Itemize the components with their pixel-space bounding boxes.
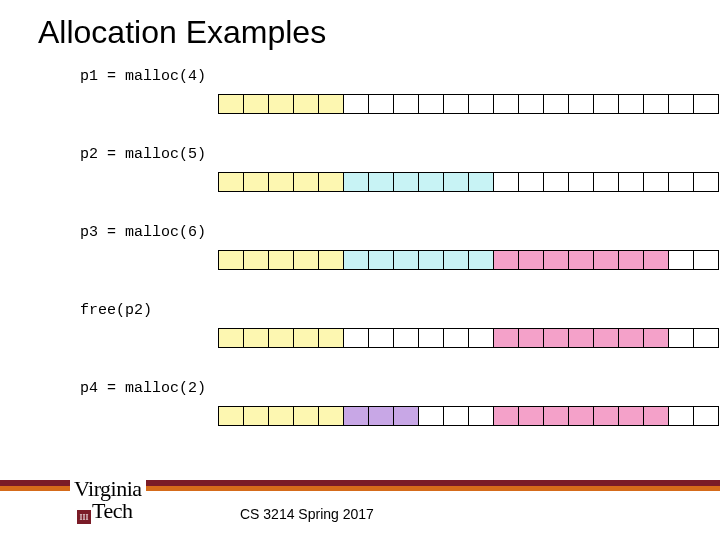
heap-bar (218, 406, 719, 426)
heap-cell (243, 328, 269, 348)
step-row: p3 = malloc(6) (80, 224, 206, 247)
vt-logo: Virginia IIITech (70, 478, 146, 522)
heap-cell (693, 328, 719, 348)
heap-cell (218, 172, 244, 192)
heap-cell (493, 94, 519, 114)
heap-cell (643, 406, 669, 426)
heap-cell (343, 172, 369, 192)
step-row: free(p2) (80, 302, 152, 325)
heap-cell (493, 328, 519, 348)
heap-cell (368, 94, 394, 114)
heap-cell (693, 250, 719, 270)
heap-cell (568, 406, 594, 426)
heap-cell (593, 406, 619, 426)
heap-cell (268, 406, 294, 426)
heap-cell (318, 250, 344, 270)
heap-cell (393, 172, 419, 192)
heap-cell (443, 406, 469, 426)
heap-cell (218, 250, 244, 270)
heap-cell (643, 94, 669, 114)
heap-cell (618, 94, 644, 114)
heap-cell (368, 406, 394, 426)
step-row: p1 = malloc(4) (80, 68, 206, 91)
heap-cell (293, 94, 319, 114)
heap-cell (568, 172, 594, 192)
heap-cell (593, 250, 619, 270)
heap-cell (368, 172, 394, 192)
heap-cell (543, 172, 569, 192)
step-code: p3 = malloc(6) (80, 224, 206, 241)
heap-cell (443, 172, 469, 192)
heap-cell (343, 250, 369, 270)
slide-title: Allocation Examples (38, 14, 326, 51)
step-code: p4 = malloc(2) (80, 380, 206, 397)
heap-cell (643, 250, 669, 270)
heap-cell (468, 94, 494, 114)
heap-cell (668, 328, 694, 348)
heap-cell (668, 406, 694, 426)
heap-cell (218, 94, 244, 114)
heap-bar (218, 172, 719, 192)
heap-cell (243, 94, 269, 114)
heap-cell (568, 94, 594, 114)
heap-cell (268, 328, 294, 348)
heap-cell (643, 328, 669, 348)
heap-cell (593, 94, 619, 114)
heap-cell (518, 406, 544, 426)
heap-cell (618, 406, 644, 426)
heap-cell (293, 250, 319, 270)
heap-cell (343, 328, 369, 348)
heap-cell (468, 328, 494, 348)
heap-cell (243, 250, 269, 270)
heap-cell (493, 250, 519, 270)
heap-cell (543, 328, 569, 348)
heap-cell (268, 172, 294, 192)
heap-cell (393, 250, 419, 270)
heap-cell (293, 328, 319, 348)
heap-bar (218, 94, 719, 114)
heap-cell (693, 172, 719, 192)
heap-cell (418, 250, 444, 270)
logo-line2: Tech (92, 498, 132, 523)
logo-mark: III (77, 510, 91, 524)
heap-cell (543, 94, 569, 114)
heap-cell (468, 250, 494, 270)
heap-cell (393, 328, 419, 348)
heap-cell (668, 94, 694, 114)
heap-cell (593, 172, 619, 192)
heap-cell (543, 250, 569, 270)
heap-cell (568, 250, 594, 270)
step-row: p2 = malloc(5) (80, 146, 206, 169)
heap-cell (418, 172, 444, 192)
heap-cell (293, 172, 319, 192)
step-code: p2 = malloc(5) (80, 146, 206, 163)
heap-cell (418, 328, 444, 348)
step-code: p1 = malloc(4) (80, 68, 206, 85)
heap-cell (418, 406, 444, 426)
step-code: free(p2) (80, 302, 152, 319)
heap-cell (618, 172, 644, 192)
heap-cell (518, 250, 544, 270)
heap-bar (218, 328, 719, 348)
heap-cell (393, 406, 419, 426)
heap-cell (543, 406, 569, 426)
heap-cell (668, 250, 694, 270)
heap-cell (643, 172, 669, 192)
heap-cell (318, 406, 344, 426)
heap-cell (668, 172, 694, 192)
heap-cell (593, 328, 619, 348)
heap-cell (268, 250, 294, 270)
heap-cell (318, 172, 344, 192)
heap-cell (293, 406, 319, 426)
step-row: p4 = malloc(2) (80, 380, 206, 403)
heap-cell (218, 406, 244, 426)
heap-cell (268, 94, 294, 114)
heap-cell (243, 172, 269, 192)
footer-text: CS 3214 Spring 2017 (240, 506, 374, 522)
heap-cell (318, 328, 344, 348)
heap-cell (518, 94, 544, 114)
heap-cell (443, 250, 469, 270)
heap-cell (368, 328, 394, 348)
heap-cell (518, 172, 544, 192)
heap-cell (243, 406, 269, 426)
